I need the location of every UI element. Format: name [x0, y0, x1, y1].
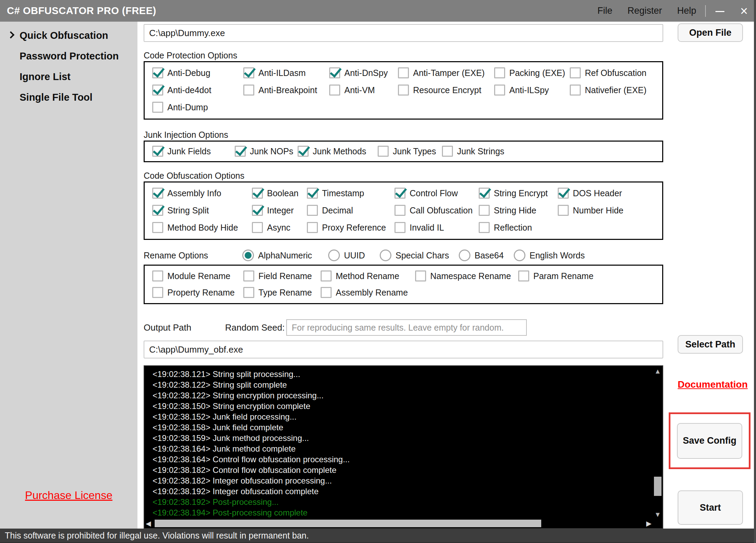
checkbox-option[interactable]: Call Obfuscation: [394, 205, 479, 216]
checkbox[interactable]: [329, 85, 340, 96]
checkbox-option[interactable]: String Encrypt: [479, 188, 558, 199]
checkbox-option[interactable]: Decimal: [307, 205, 394, 216]
checkbox[interactable]: [307, 188, 318, 199]
checkbox-option[interactable]: Anti-Debug: [152, 67, 243, 78]
checkbox-option[interactable]: Anti-DnSpy: [329, 67, 398, 78]
scroll-left-icon[interactable]: ◀: [146, 519, 151, 528]
checkbox-option[interactable]: Resource Encrypt: [398, 85, 494, 96]
start-button[interactable]: Start: [678, 490, 743, 525]
checkbox-option[interactable]: Junk Fields: [152, 146, 235, 157]
random-seed-field[interactable]: [286, 319, 527, 336]
menu-item[interactable]: Register: [627, 5, 662, 16]
checkbox[interactable]: [558, 205, 569, 216]
close-button[interactable]: ×: [732, 5, 756, 17]
checkbox[interactable]: [252, 205, 263, 216]
checkbox-option[interactable]: Async: [252, 222, 307, 233]
checkbox[interactable]: [494, 67, 505, 78]
checkbox[interactable]: [398, 67, 409, 78]
checkbox[interactable]: [415, 270, 426, 281]
checkbox-option[interactable]: Anti-Breakpoint: [243, 85, 329, 96]
checkbox-option[interactable]: String Hide: [479, 205, 558, 216]
checkbox-option[interactable]: Property Rename: [152, 287, 243, 298]
checkbox[interactable]: [252, 222, 263, 233]
checkbox[interactable]: [152, 85, 163, 96]
radio-button[interactable]: [380, 250, 391, 261]
checkbox-option[interactable]: Proxy Reference: [307, 222, 394, 233]
checkbox-option[interactable]: Ref Obfuscation: [570, 67, 646, 78]
checkbox[interactable]: [307, 205, 318, 216]
checkbox-option[interactable]: Junk Strings: [442, 146, 504, 157]
checkbox-option[interactable]: Invalid IL: [394, 222, 479, 233]
checkbox-option[interactable]: Integer: [252, 205, 307, 216]
checkbox[interactable]: [252, 188, 263, 199]
checkbox[interactable]: [152, 222, 163, 233]
sidebar-item[interactable]: Quick Obfuscation: [0, 25, 137, 46]
purchase-license-link[interactable]: Purchase License: [0, 489, 137, 502]
checkbox[interactable]: [442, 146, 453, 157]
checkbox[interactable]: [398, 85, 409, 96]
scroll-down-icon[interactable]: ▼: [653, 511, 663, 519]
horizontal-scroll-thumb[interactable]: [155, 520, 541, 527]
checkbox[interactable]: [570, 85, 581, 96]
minimize-button[interactable]: [708, 5, 732, 17]
horizontal-scrollbar[interactable]: ◀ ▶: [144, 519, 653, 528]
checkbox-option[interactable]: Namespace Rename: [415, 270, 518, 281]
checkbox[interactable]: [243, 85, 254, 96]
radio-button[interactable]: [328, 250, 340, 261]
checkbox[interactable]: [378, 146, 389, 157]
checkbox[interactable]: [152, 102, 163, 113]
checkbox-option[interactable]: Reflection: [479, 222, 532, 233]
checkbox-option[interactable]: Method Rename: [321, 270, 415, 281]
checkbox[interactable]: [152, 270, 163, 281]
checkbox[interactable]: [152, 205, 163, 216]
radio-button[interactable]: [459, 250, 470, 261]
checkbox-option[interactable]: Number Hide: [558, 205, 623, 216]
checkbox[interactable]: [558, 188, 569, 199]
sidebar-item[interactable]: Ignore List: [0, 66, 137, 87]
vertical-scrollbar[interactable]: ▲ ▼: [653, 366, 663, 520]
sidebar-item[interactable]: Single File Tool: [0, 87, 137, 108]
scroll-right-icon[interactable]: ▶: [646, 519, 652, 528]
checkbox-option[interactable]: Anti-Tamper (EXE): [398, 67, 494, 78]
radio-button[interactable]: [514, 250, 525, 261]
checkbox-option[interactable]: Method Body Hide: [152, 222, 252, 233]
checkbox-option[interactable]: Anti-ILDasm: [243, 67, 329, 78]
checkbox[interactable]: [152, 67, 163, 78]
checkbox[interactable]: [479, 222, 490, 233]
vertical-scroll-thumb[interactable]: [654, 477, 662, 496]
radio-button[interactable]: [242, 250, 254, 261]
radio-option[interactable]: Special Chars: [380, 250, 459, 261]
checkbox[interactable]: [152, 188, 163, 199]
checkbox[interactable]: [307, 222, 318, 233]
radio-option[interactable]: AlphaNumeric: [242, 250, 328, 261]
checkbox[interactable]: [479, 188, 490, 199]
checkbox[interactable]: [394, 205, 405, 216]
scroll-up-icon[interactable]: ▲: [653, 367, 663, 375]
output-path-field[interactable]: [144, 341, 663, 358]
checkbox-option[interactable]: Param Rename: [518, 270, 593, 281]
checkbox[interactable]: [298, 146, 309, 157]
checkbox-option[interactable]: Module Rename: [152, 270, 243, 281]
checkbox-option[interactable]: Timestamp: [307, 188, 394, 199]
menu-item[interactable]: File: [597, 5, 612, 16]
sidebar-item[interactable]: Password Protection: [0, 46, 137, 66]
checkbox[interactable]: [518, 270, 529, 281]
checkbox[interactable]: [570, 67, 581, 78]
checkbox-option[interactable]: Anti-de4dot: [152, 85, 243, 96]
checkbox-option[interactable]: DOS Header: [558, 188, 622, 199]
checkbox-option[interactable]: Packing (EXE): [494, 67, 570, 78]
checkbox[interactable]: [479, 205, 490, 216]
checkbox-option[interactable]: Anti-VM: [329, 85, 398, 96]
checkbox[interactable]: [243, 287, 254, 298]
checkbox[interactable]: [394, 188, 405, 199]
checkbox-option[interactable]: Nativefier (EXE): [570, 85, 646, 96]
checkbox[interactable]: [321, 270, 332, 281]
input-file-path-field[interactable]: [144, 24, 663, 42]
checkbox[interactable]: [321, 287, 332, 298]
checkbox-option[interactable]: Assembly Info: [152, 188, 252, 199]
checkbox[interactable]: [243, 67, 254, 78]
checkbox-option[interactable]: Junk NOPs: [235, 146, 298, 157]
radio-option[interactable]: UUID: [328, 250, 380, 261]
menu-item[interactable]: Help: [677, 5, 696, 16]
checkbox[interactable]: [329, 67, 340, 78]
